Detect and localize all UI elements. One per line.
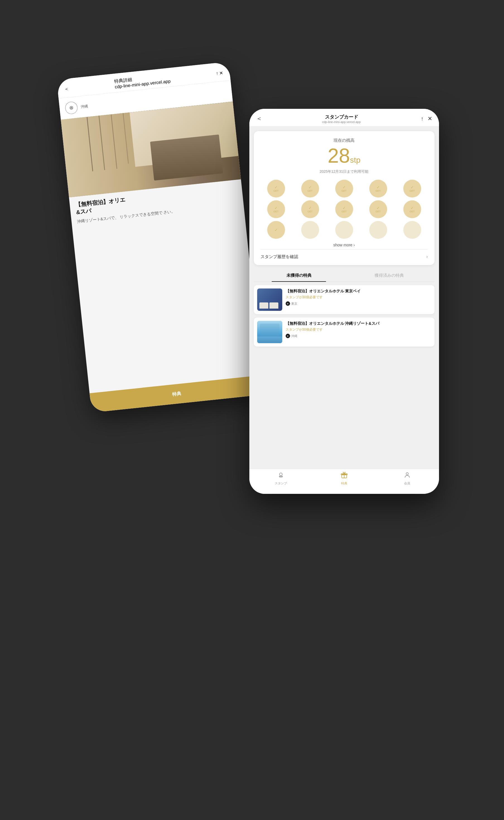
- stamp-2: ✓GET: [301, 180, 319, 198]
- benefit-card-okinawa[interactable]: 【無料宿泊】オリエンタルホテル 沖縄リゾート&スパ スタンプが30個必要です ⊗…: [254, 318, 435, 347]
- tab-earned[interactable]: 獲得済みの特典: [344, 270, 435, 282]
- stamp-9: ✓GET: [369, 200, 387, 218]
- show-more-chevron-icon: ›: [353, 243, 355, 247]
- cta-bar[interactable]: 特典: [90, 375, 264, 412]
- front-phone-title: スタンプカード: [322, 114, 361, 120]
- hotel-location: 沖縄: [80, 104, 88, 109]
- tabs-section: 未獲得の特典 獲得済みの特典: [254, 270, 435, 282]
- stamp-4: ✓GET: [369, 180, 387, 198]
- stamp-14: [369, 221, 387, 239]
- benefit-location-okinawa: 沖縄: [291, 334, 297, 338]
- bottom-nav: スタンプ 特典: [249, 469, 439, 494]
- nav-tokuten[interactable]: 特典: [312, 472, 376, 485]
- nav-stamp[interactable]: スタンプ: [249, 472, 313, 485]
- stamp-grid: ✓GET ✓GET ✓GET ✓GET ✓GET ✓GET ✓GET ✓GET …: [259, 180, 429, 239]
- stamp-11: ✓: [267, 221, 285, 239]
- front-phone-url: cdp-line-mini-app.vercel.app: [322, 120, 361, 124]
- nav-kaiin[interactable]: 会員: [376, 472, 439, 485]
- balance-label: 現在の残高: [259, 138, 429, 143]
- back-phone: ＜ 特典詳細 cdp-line-mini-app.vercel.app ↑ ✕ …: [56, 61, 263, 412]
- benefit-image-okinawa: [257, 321, 282, 343]
- hotel-logo-mini-tokyo: ⊗: [286, 301, 290, 306]
- hotel-logo: ⊗: [64, 101, 78, 114]
- stamp-card-section: 現在の残高 28stp 2025年12月31日まで利用可能 ✓GET ✓GET …: [254, 131, 435, 265]
- nav-stamp-label: スタンプ: [275, 481, 287, 485]
- back-phone-back-icon[interactable]: ＜: [64, 86, 69, 92]
- benefit-requirement-okinawa: スタンプが30個必要です: [286, 327, 431, 332]
- stamp-history-chevron-icon: ›: [426, 254, 428, 259]
- stamp-6: ✓GET: [267, 200, 285, 218]
- benefit-info-okinawa: 【無料宿泊】オリエンタルホテル 沖縄リゾート&スパ スタンプが30個必要です ⊗…: [286, 321, 431, 338]
- stamp-7: ✓GET: [301, 200, 319, 218]
- stamp-13: [335, 221, 353, 239]
- front-phone: ＜ スタンプカード cdp-line-mini-app.vercel.app ↑…: [249, 109, 439, 494]
- front-phone-share-icon[interactable]: ↑: [421, 116, 424, 122]
- svg-point-6: [406, 473, 408, 475]
- front-phone-topbar: ＜ スタンプカード cdp-line-mini-app.vercel.app ↑…: [249, 109, 439, 127]
- front-phone-back-icon[interactable]: ＜: [256, 114, 262, 123]
- benefit-title-okinawa: 【無料宿泊】オリエンタルホテル 沖縄リゾート&スパ: [286, 321, 431, 326]
- stamp-history-row[interactable]: スタンプ履歴を確認 ›: [259, 250, 429, 261]
- benefit-requirement-tokyo: スタンプが30個必要です: [286, 295, 431, 300]
- person-nav-icon: [404, 472, 411, 480]
- stamp-8: ✓GET: [335, 200, 353, 218]
- benefit-card-tokyo[interactable]: 【無料宿泊】オリエンタルホテル 東京ベイ スタンプが30個必要です ⊗ 東京: [254, 285, 435, 314]
- front-phone-close-icon[interactable]: ✕: [428, 115, 432, 122]
- stamp-3: ✓GET: [335, 180, 353, 198]
- tab-unearned[interactable]: 未獲得の特典: [254, 270, 344, 282]
- stamp-history-text: スタンプ履歴を確認: [261, 254, 298, 259]
- benefit-hotel-info-okinawa: ⊗ 沖縄: [286, 334, 431, 338]
- benefit-info-tokyo: 【無料宿泊】オリエンタルホテル 東京ベイ スタンプが30個必要です ⊗ 東京: [286, 288, 431, 306]
- stamp-12: [301, 221, 319, 239]
- svg-point-0: [279, 473, 282, 476]
- stamp-1: ✓GET: [267, 180, 285, 198]
- balance-number: 28stp: [259, 145, 429, 167]
- back-phone-close-icon[interactable]: ✕: [219, 70, 223, 75]
- nav-tokuten-label: 特典: [341, 481, 347, 485]
- stamp-5: ✓GET: [403, 180, 421, 198]
- scroll-content: 現在の残高 28stp 2025年12月31日まで利用可能 ✓GET ✓GET …: [249, 127, 439, 487]
- gift-nav-icon: [341, 472, 348, 480]
- stamp-10: ✓GET: [403, 200, 421, 218]
- show-more-row[interactable]: show more ›: [259, 239, 429, 249]
- benefit-title-tokyo: 【無料宿泊】オリエンタルホテル 東京ベイ: [286, 288, 431, 294]
- hotel-logo-mini-okinawa: ⊗: [286, 334, 290, 338]
- show-more-text: show more: [333, 243, 352, 247]
- cta-text: 特典: [172, 390, 181, 397]
- benefit-list: 【無料宿泊】オリエンタルホテル 東京ベイ スタンプが30個必要です ⊗ 東京: [249, 285, 439, 347]
- stamp-nav-icon: [278, 472, 284, 480]
- back-phone-share-icon[interactable]: ↑: [216, 71, 218, 76]
- benefit-hotel-info-tokyo: ⊗ 東京: [286, 301, 431, 306]
- benefit-location-tokyo: 東京: [291, 302, 297, 306]
- benefit-image-tokyo: [257, 288, 282, 311]
- stamp-15: [403, 221, 421, 239]
- expiry-text: 2025年12月31日まで利用可能: [259, 169, 429, 174]
- nav-kaiin-label: 会員: [404, 481, 410, 485]
